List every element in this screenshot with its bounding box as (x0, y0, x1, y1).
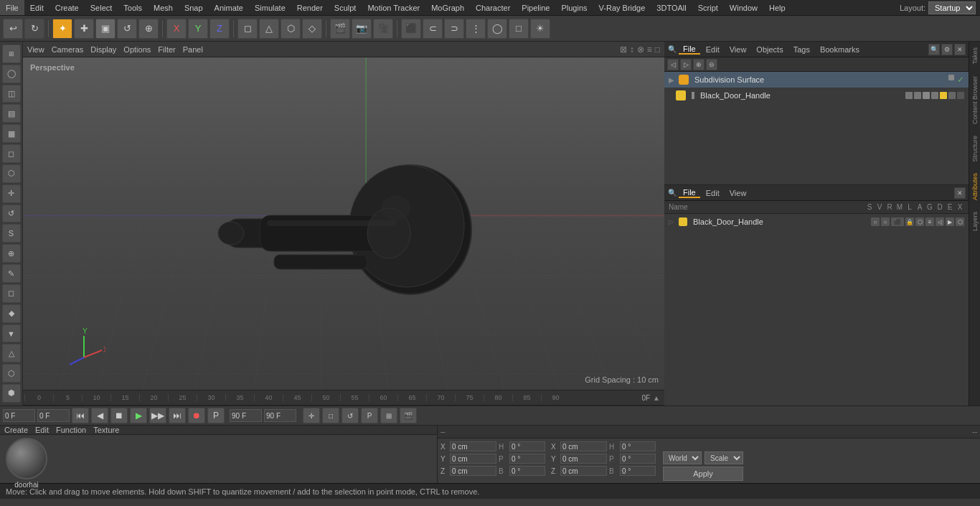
attr-icon-d[interactable]: ▶ (946, 217, 954, 226)
frame-step[interactable]: ▲ (653, 394, 660, 402)
menu-snap[interactable]: Snap (179, 0, 209, 15)
knife-tool[interactable]: ◻ (2, 284, 21, 303)
objects-settings-btn[interactable]: ⚙ (941, 44, 953, 55)
material-function-menu[interactable]: Function (56, 426, 86, 434)
attr-icon-s[interactable]: ○ (871, 217, 880, 226)
edge-mode[interactable]: ⬡ (281, 19, 301, 39)
anim-auto-key[interactable]: P (207, 408, 225, 423)
light[interactable]: ☀ (530, 19, 550, 39)
anim-stop[interactable]: ⏹ (110, 408, 128, 423)
end-frame-input[interactable] (230, 409, 262, 422)
timeline-btn[interactable]: □ (322, 408, 339, 423)
render-region[interactable]: 🎬 (330, 19, 350, 39)
undo-button[interactable]: ↩ (3, 19, 23, 39)
menu-mesh[interactable]: Mesh (148, 0, 179, 15)
smooth-tool[interactable]: ⬢ (2, 384, 21, 403)
objects-tab-edit[interactable]: Edit (702, 45, 724, 54)
cube-primitive[interactable]: ⬛ (401, 19, 421, 39)
handle-extra2[interactable] (957, 92, 964, 99)
attr-row-handle[interactable]: ▷ Black_Door_Handle ○ ○ ⬛ 🔒 ⬡ ≡ ◁ ▶ (664, 214, 969, 230)
attr-icon-v[interactable]: ○ (881, 217, 890, 226)
size-y-input[interactable] (509, 454, 545, 464)
objects-tab-file[interactable]: File (679, 44, 700, 55)
menu-help[interactable]: Help (763, 0, 791, 15)
objects-search-icon[interactable]: 🔍 (667, 44, 677, 55)
motion-path-btn[interactable]: ⊞ (380, 408, 397, 423)
scale-z-input[interactable] (560, 466, 607, 476)
mode-uvw[interactable]: ⬡ (2, 164, 21, 183)
world-dropdown[interactable]: World (663, 451, 702, 464)
playback-mode-btn[interactable]: ✛ (303, 408, 320, 423)
point-mode[interactable]: ◇ (302, 19, 322, 39)
material-slot[interactable]: doorhai (4, 438, 49, 489)
p-input[interactable] (620, 454, 656, 464)
objects-tab-tags[interactable]: Tags (789, 45, 814, 54)
viewport-layout-btn[interactable]: ⊞ (2, 44, 21, 63)
display-menu[interactable]: Display (90, 45, 116, 54)
menu-simulate[interactable]: Simulate (249, 0, 291, 15)
anim-step-forward[interactable]: ▶▶ (149, 408, 166, 423)
attr-close-btn[interactable]: ✕ (954, 187, 966, 199)
obj-tb-btn1[interactable]: ◁ (667, 59, 679, 70)
obj-check-icon[interactable]: ✓ (957, 75, 964, 85)
panel-menu[interactable]: Panel (183, 45, 203, 54)
mode-texture[interactable]: ◫ (2, 85, 21, 103)
attr-tab-edit[interactable]: Edit (702, 189, 724, 197)
obj-tb-btn2[interactable]: ▷ (680, 59, 692, 70)
vtab-takes[interactable]: Takes (969, 42, 980, 70)
deformer[interactable]: ⊃ (444, 19, 464, 39)
rotate-tool[interactable]: ↺ (117, 19, 137, 39)
cameras-menu[interactable]: Cameras (52, 45, 84, 54)
menu-select[interactable]: Select (85, 0, 118, 15)
menu-sculpt[interactable]: Sculpt (329, 0, 362, 15)
handle-vis4[interactable] (931, 92, 938, 99)
material-edit-menu[interactable]: Edit (35, 426, 49, 434)
mode-object[interactable]: ◯ (2, 65, 21, 83)
viewport-icon1[interactable]: ⊠ (620, 44, 627, 55)
scale-x-input[interactable] (560, 441, 607, 451)
magnet-tool[interactable]: ⊕ (2, 244, 21, 263)
menu-pipeline[interactable]: Pipeline (516, 0, 555, 15)
attr-icon-a[interactable]: ≡ (925, 217, 934, 226)
menu-file[interactable]: File (0, 0, 24, 15)
x-axis[interactable]: X (166, 19, 187, 39)
view-menu[interactable]: View (27, 45, 44, 54)
mode-poly[interactable]: ◻ (2, 144, 21, 163)
attr-icon-e[interactable]: ⬡ (956, 217, 964, 226)
scale-dropdown[interactable]: Scale (705, 451, 743, 464)
mograph-objects[interactable]: ⋮ (466, 19, 486, 39)
scale-tool[interactable]: ▣ (95, 19, 116, 39)
select-tool[interactable]: ✦ (52, 19, 72, 39)
menu-edit[interactable]: Edit (24, 0, 50, 15)
preview-btn[interactable]: P (361, 408, 378, 423)
move-snap[interactable]: ✛ (2, 184, 21, 203)
menu-animate[interactable]: Animate (209, 0, 249, 15)
handle-vis2[interactable] (914, 92, 921, 99)
attr-icon-g[interactable]: ◁ (936, 217, 944, 226)
menu-vray[interactable]: V-Ray Bridge (593, 0, 651, 15)
objects-tab-bookmarks[interactable]: Bookmarks (816, 45, 864, 54)
vtab-content-browser[interactable]: Content Browser (969, 70, 980, 130)
pos-x-input[interactable] (450, 441, 496, 451)
viewport-icon3[interactable]: ⊗ (637, 44, 644, 55)
menu-create[interactable]: Create (50, 0, 85, 15)
h-input[interactable] (620, 441, 656, 451)
options-menu[interactable]: Options (123, 45, 151, 54)
handle-extra[interactable] (948, 92, 956, 99)
menu-tools[interactable]: Tools (118, 0, 148, 15)
handle-vis3[interactable] (923, 92, 930, 99)
mode-vertex[interactable]: ▤ (2, 104, 21, 123)
obj-row-subdivision[interactable]: ▶ Subdivision Surface ✓ (664, 72, 969, 88)
bevel-tool[interactable]: ◆ (2, 304, 21, 323)
b-input[interactable] (620, 466, 656, 476)
transform-tool[interactable]: ⊕ (138, 19, 159, 39)
brush-tool[interactable]: ⬡ (2, 364, 21, 383)
attr-icon-l[interactable]: ⬡ (915, 217, 924, 226)
objects-tab-objects[interactable]: Objects (752, 45, 787, 54)
pos-z-input[interactable] (450, 466, 496, 476)
size-x-input[interactable] (509, 441, 545, 451)
viewport-icon5[interactable]: □ (655, 44, 660, 55)
anim-next-frame[interactable]: ⏭ (169, 408, 186, 423)
render-anim-btn[interactable]: 🎬 (400, 408, 417, 423)
scale-snap[interactable]: S (2, 224, 21, 243)
